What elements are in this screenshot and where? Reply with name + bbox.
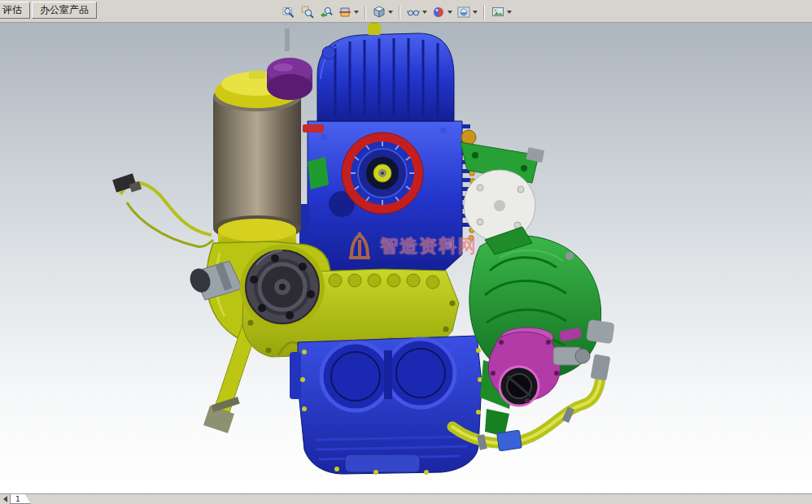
section-view-button[interactable] xyxy=(336,4,360,20)
view-settings-button[interactable] xyxy=(489,4,513,20)
zoom-to-area-button[interactable] xyxy=(299,4,317,20)
valve-cover[interactable] xyxy=(317,23,454,121)
zoom-to-fit-button[interactable] xyxy=(280,4,298,20)
sheet-tab-label: 1 xyxy=(15,495,20,503)
toolbar-separator xyxy=(365,6,366,20)
purple-cap[interactable] xyxy=(267,28,312,100)
zoom-to-area-icon xyxy=(300,5,315,20)
apply-scene-dropdown-arrow[interactable] xyxy=(473,11,478,14)
zoom-to-fit-icon xyxy=(282,5,296,20)
tab-evaluate-label: 评估 xyxy=(2,3,22,17)
display-style-dropdown-arrow[interactable] xyxy=(388,11,393,14)
view-settings-icon xyxy=(491,5,505,20)
cad-application-window: 评估 办公室产品 xyxy=(0,0,812,504)
toolbar-separator xyxy=(399,6,400,20)
previous-view-icon xyxy=(319,5,334,20)
heads-up-view-toolbar xyxy=(280,4,513,20)
engine-3d-model[interactable] xyxy=(0,23,812,494)
tab-office-products-label: 办公室产品 xyxy=(40,3,89,17)
section-view-dropdown-arrow[interactable] xyxy=(354,11,359,14)
accessory-box[interactable] xyxy=(497,430,522,451)
tab-office-products[interactable]: 办公室产品 xyxy=(32,2,97,19)
hide-show-items-button[interactable] xyxy=(404,4,429,20)
display-style-icon xyxy=(372,5,386,20)
toolbar-separator xyxy=(483,6,485,20)
crank-flange[interactable] xyxy=(240,245,325,329)
hide-show-items-dropdown-arrow[interactable] xyxy=(422,11,427,14)
previous-view-button[interactable] xyxy=(317,4,335,20)
sheet-nav-left-icon[interactable] xyxy=(3,496,7,502)
edit-appearance-icon xyxy=(431,5,446,20)
apply-scene-icon xyxy=(456,5,471,20)
hide-show-items-icon xyxy=(406,5,421,20)
status-bar: 1 xyxy=(0,493,812,504)
edit-appearance-dropdown-arrow[interactable] xyxy=(447,11,452,14)
edit-appearance-button[interactable] xyxy=(430,4,454,20)
section-view-icon xyxy=(338,5,352,20)
clutch-ring[interactable] xyxy=(342,133,423,214)
tab-evaluate[interactable]: 评估 xyxy=(0,2,30,19)
display-style-button[interactable] xyxy=(370,4,395,20)
wire-harness[interactable] xyxy=(112,173,213,246)
sheet-tab[interactable]: 1 xyxy=(10,494,31,504)
crankcase[interactable] xyxy=(290,336,482,475)
command-tabs: 评估 办公室产品 xyxy=(0,2,97,19)
graphics-viewport[interactable]: 智造资料网 xyxy=(0,22,812,493)
apply-scene-button[interactable] xyxy=(455,4,479,20)
view-settings-dropdown-arrow[interactable] xyxy=(507,11,512,14)
command-tab-bar: 评估 办公室产品 xyxy=(0,0,812,22)
